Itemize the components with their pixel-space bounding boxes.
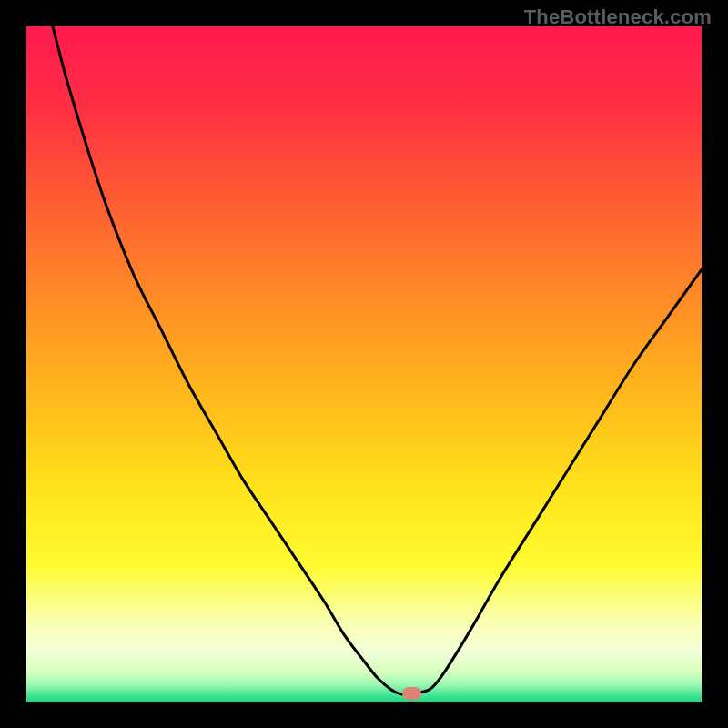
gradient-background <box>26 26 702 702</box>
plot-area <box>26 26 702 702</box>
optimum-marker <box>402 687 421 700</box>
plot-svg <box>26 26 702 702</box>
chart-frame: TheBottleneck.com <box>0 0 728 728</box>
watermark-text: TheBottleneck.com <box>524 5 712 29</box>
